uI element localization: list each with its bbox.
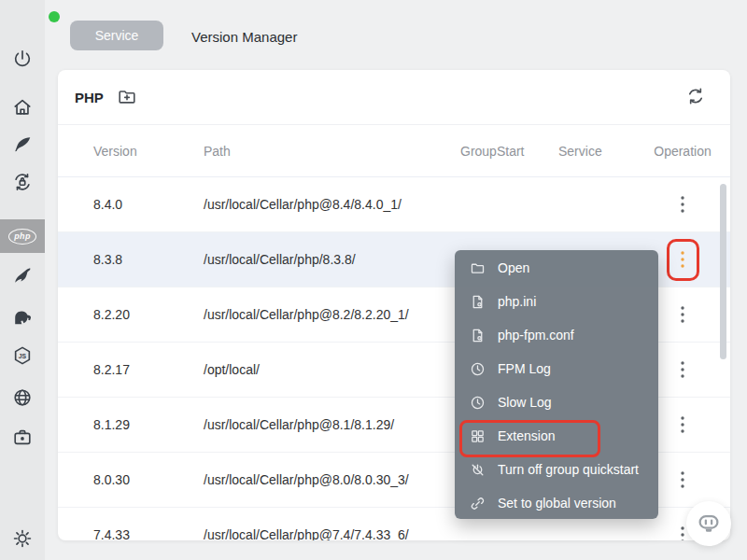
menu-item-extension[interactable]: Extension <box>455 419 658 453</box>
sidebar-item-feather[interactable] <box>0 135 45 158</box>
version-cell: 8.1.29 <box>93 417 204 432</box>
file-edit-icon <box>470 294 486 310</box>
nodejs-icon: JS <box>12 345 33 370</box>
row-operation-menu-button[interactable] <box>672 411 693 439</box>
version-cell: 8.2.17 <box>93 362 204 377</box>
elephant-icon <box>12 307 33 331</box>
sidebar-item-home[interactable] <box>0 98 45 120</box>
row-context-menu: Open php.ini php-fpm.conf FPM Log Slow L… <box>455 250 658 519</box>
menu-item-fpm-log[interactable]: FPM Log <box>455 352 658 385</box>
row-operation-menu-button[interactable] <box>672 356 693 384</box>
path-cell: /usr/local/Cellar/php@8.0/8.0.30_3/ <box>204 472 460 487</box>
sidebar-item-settings[interactable] <box>0 529 45 552</box>
clock-icon <box>470 361 486 377</box>
bird-icon <box>12 265 33 289</box>
row-operation-menu-button[interactable] <box>672 190 693 218</box>
menu-item-php-fpm-conf[interactable]: php-fpm.conf <box>455 318 658 352</box>
path-cell: /opt/local/ <box>204 362 460 377</box>
panel-title: PHP <box>75 90 104 105</box>
menu-item-label: php-fpm.conf <box>498 328 574 343</box>
vertical-scrollbar[interactable] <box>720 184 726 359</box>
lock-sync-icon <box>12 172 33 196</box>
menu-item-set-to-global-version[interactable]: Set to global version <box>455 486 658 520</box>
menu-item-label: php.ini <box>498 294 536 309</box>
sidebar-item-php[interactable]: php <box>0 219 45 253</box>
menu-item-slow-log[interactable]: Slow Log <box>455 385 658 419</box>
version-cell: 8.3.8 <box>93 252 204 267</box>
feather-icon <box>12 134 33 159</box>
menu-item-label: FPM Log <box>498 361 551 376</box>
row-operation-menu-button[interactable] <box>672 301 693 329</box>
table-row: 8.4.0 /usr/local/Cellar/php@8.4/8.4.0_1/ <box>58 177 730 232</box>
power-icon <box>12 49 33 73</box>
sidebar-item-elephant[interactable] <box>0 308 45 330</box>
refresh-icon <box>685 86 706 109</box>
add-folder-button[interactable] <box>117 86 137 109</box>
column-header-operation: Operation <box>654 144 712 159</box>
version-cell: 8.4.0 <box>93 197 204 212</box>
path-cell: /usr/local/Cellar/php/8.3.8/ <box>204 252 460 267</box>
row-operation-menu-button[interactable] <box>672 466 693 494</box>
sidebar: php JS <box>0 0 45 560</box>
php-icon: php <box>8 229 36 245</box>
version-cell: 7.4.33 <box>93 527 204 540</box>
menu-item-label: Open <box>498 260 529 275</box>
home-icon <box>12 97 33 121</box>
robot-icon <box>695 509 723 539</box>
path-cell: /usr/local/Cellar/php@7.4/7.4.33_6/ <box>204 527 460 540</box>
version-cell: 8.0.30 <box>93 472 204 487</box>
menu-item-label: Set to global version <box>498 496 616 511</box>
sidebar-item-lock-sync[interactable] <box>0 173 45 195</box>
gear-icon <box>12 528 33 553</box>
sidebar-item-nodejs[interactable]: JS <box>0 346 45 369</box>
row-operation-menu-button-active[interactable] <box>672 245 693 273</box>
panel-header: PHP <box>58 70 730 125</box>
column-header-path: Path <box>204 144 460 159</box>
zoom-window-button[interactable] <box>49 11 60 22</box>
toolbox-icon <box>12 427 33 452</box>
folder-icon <box>470 260 486 276</box>
assistant-button[interactable] <box>686 501 731 546</box>
column-header-groupstart: GroupStart <box>460 144 558 159</box>
link-icon <box>470 496 486 511</box>
tab-service[interactable]: Service <box>70 21 163 50</box>
path-cell: /usr/local/Cellar/php@8.4/8.4.0_1/ <box>204 197 460 212</box>
folder-add-icon <box>117 86 137 109</box>
file-edit-icon <box>470 328 486 343</box>
blocks-icon <box>470 428 486 444</box>
menu-item-php-ini[interactable]: php.ini <box>455 285 658 318</box>
menu-item-label: Turn off group quickstart <box>498 462 639 477</box>
table-header: Version Path GroupStart Service Operatio… <box>58 125 730 177</box>
column-header-version: Version <box>93 144 204 159</box>
menu-item-turn-off-group-quickstart[interactable]: Turn off group quickstart <box>455 453 658 486</box>
svg-text:JS: JS <box>19 353 27 359</box>
clock-icon <box>470 395 486 411</box>
sidebar-item-power[interactable] <box>0 49 45 72</box>
globe-icon <box>12 387 33 412</box>
path-cell: /usr/local/Cellar/php@8.1/8.1.29/ <box>204 417 460 432</box>
sidebar-item-toolbox[interactable] <box>0 428 45 451</box>
tab-version-manager[interactable]: Version Manager <box>191 28 297 45</box>
version-cell: 8.2.20 <box>93 307 204 322</box>
active-operation-highlight <box>667 239 699 281</box>
menu-item-label: Extension <box>498 428 555 443</box>
menu-item-label: Slow Log <box>498 395 552 410</box>
column-header-service: Service <box>558 144 654 159</box>
sidebar-item-bird[interactable] <box>0 266 45 288</box>
menu-item-open[interactable]: Open <box>455 251 658 285</box>
power-slash-icon <box>470 462 486 478</box>
path-cell: /usr/local/Cellar/php@8.2/8.2.20_1/ <box>204 307 460 322</box>
sidebar-item-globe[interactable] <box>0 388 45 411</box>
refresh-button[interactable] <box>685 86 706 109</box>
